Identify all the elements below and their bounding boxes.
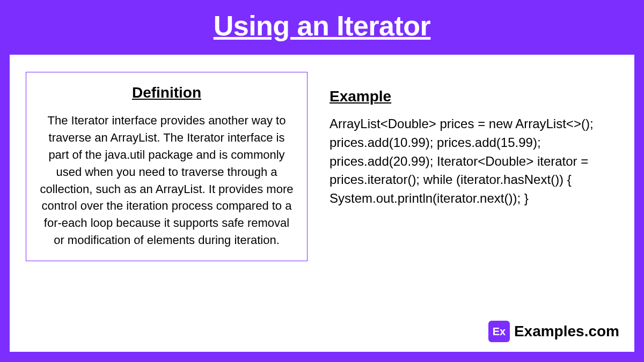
definition-panel: Definition The Iterator interface provid… (26, 72, 308, 261)
example-panel: Example ArrayList<Double> prices = new A… (326, 72, 618, 341)
definition-heading: Definition (39, 84, 294, 101)
footer-attribution: Ex Examples.com (488, 321, 619, 342)
header-banner: Using an Iterator (0, 0, 644, 54)
page-title: Using an Iterator (0, 10, 644, 42)
definition-text: The Iterator interface provides another … (39, 112, 294, 249)
logo-text: Examples.com (514, 323, 619, 340)
example-heading: Example (326, 88, 618, 105)
logo-icon: Ex (488, 321, 510, 342)
content-area: Definition The Iterator interface provid… (9, 54, 635, 353)
example-code: ArrayList<Double> prices = new ArrayList… (326, 115, 618, 208)
